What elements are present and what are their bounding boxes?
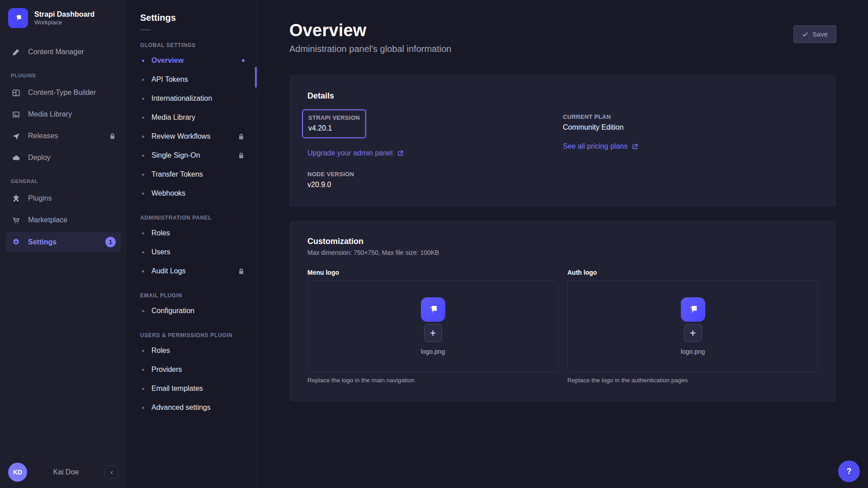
subnav-item-label: Transfer Tokens xyxy=(151,170,203,178)
pen-icon xyxy=(11,47,21,57)
subnav-group-users-permissions: USERS & PERMISSIONS PLUGIN xyxy=(140,332,244,338)
bullet-icon xyxy=(142,232,144,235)
subnav-scrollbar[interactable] xyxy=(255,67,257,88)
layout-icon xyxy=(11,88,21,98)
pricing-plans-link[interactable]: See all pricing plans xyxy=(563,142,638,150)
details-card: Details STRAPI VERSION v4.20.1 Upgrade y… xyxy=(289,75,836,207)
sidebar-nav: Content Manager PLUGINS Content-Type Bui… xyxy=(0,37,127,254)
sidebar-item-deploy[interactable]: Deploy xyxy=(5,148,121,168)
sidebar-item-content-manager[interactable]: Content Manager xyxy=(5,42,121,62)
subnav-item-label: Media Library xyxy=(151,113,195,122)
auth-logo-label: Auth logo xyxy=(567,269,818,276)
save-button-label: Save xyxy=(812,30,828,38)
collapse-sidebar-button[interactable]: ‹ xyxy=(105,465,118,479)
add-auth-logo-button[interactable]: + xyxy=(684,324,702,342)
bullet-icon xyxy=(142,407,144,409)
subnav-item-label: Providers xyxy=(151,366,182,374)
cloud-icon xyxy=(11,153,21,163)
subnav-item-transfer-tokens[interactable]: Transfer Tokens xyxy=(127,165,257,184)
sidebar-item-label: Deploy xyxy=(28,154,51,162)
upgrade-admin-panel-link[interactable]: Upgrade your admin panel xyxy=(307,149,404,157)
subnav-item-up-roles[interactable]: Roles xyxy=(127,341,257,360)
customization-heading: Customization xyxy=(307,237,818,246)
subnav-item-label: Review Workflows xyxy=(151,132,210,141)
strapi-version-value: v4.20.1 xyxy=(308,124,360,132)
subnav-divider xyxy=(140,29,151,30)
auth-logo-upload-box[interactable]: + logo.png xyxy=(567,280,818,372)
bullet-icon xyxy=(142,60,144,62)
subnav-item-label: Single Sign-On xyxy=(151,151,200,160)
subnav-item-email-templates[interactable]: Email templates xyxy=(127,379,257,398)
subnav-item-providers[interactable]: Providers xyxy=(127,360,257,379)
subnav-item-api-tokens[interactable]: API Tokens xyxy=(127,70,257,89)
subnav-group-email-plugin: EMAIL PLUGIN xyxy=(140,292,244,299)
page-title: Overview xyxy=(289,21,451,40)
subnav-item-review-workflows[interactable]: Review Workflows xyxy=(127,127,257,146)
workspace-subtitle: Workplace xyxy=(34,19,94,26)
help-button[interactable]: ? xyxy=(838,460,860,482)
question-mark-icon: ? xyxy=(847,467,852,476)
auth-logo-caption: Replace the logo in the authentication p… xyxy=(567,377,818,384)
bullet-icon xyxy=(142,155,144,157)
subnav-item-media-library[interactable]: Media Library xyxy=(127,108,257,127)
menu-logo-upload-box[interactable]: + logo.png xyxy=(307,280,558,372)
sidebar-item-label: Plugins xyxy=(28,194,52,202)
sidebar-item-plugins[interactable]: Plugins xyxy=(5,188,121,208)
menu-logo-label: Menu logo xyxy=(307,269,558,276)
subnav-item-admin-users[interactable]: Users xyxy=(127,243,257,262)
subnav-item-audit-logs[interactable]: Audit Logs xyxy=(127,262,257,281)
sidebar-item-label: Content-Type Builder xyxy=(28,89,96,97)
subnav-item-label: Users xyxy=(151,248,170,256)
strapi-logo-icon xyxy=(421,297,445,322)
subnav-item-webhooks[interactable]: Webhooks xyxy=(127,184,257,203)
subnav-item-label: Roles xyxy=(151,229,170,237)
strapi-logo-icon xyxy=(8,8,28,28)
active-dot-icon xyxy=(242,59,245,62)
cart-icon xyxy=(11,215,21,225)
save-button[interactable]: Save xyxy=(793,25,836,43)
auth-logo-filename: logo.png xyxy=(681,348,705,355)
workspace-header[interactable]: Strapi Dashboard Workplace xyxy=(0,0,127,37)
external-link-icon xyxy=(632,143,638,150)
sidebar-section-plugins: PLUGINS xyxy=(11,73,116,78)
sidebar-item-label: Settings xyxy=(28,238,57,246)
subnav-item-overview[interactable]: Overview xyxy=(127,51,257,70)
subnav-item-label: Overview xyxy=(151,56,184,65)
subnav-item-label: Webhooks xyxy=(151,189,185,197)
subnav-item-advanced-settings[interactable]: Advanced settings xyxy=(127,398,257,417)
gear-icon xyxy=(11,237,21,247)
add-menu-logo-button[interactable]: + xyxy=(424,324,442,342)
subnav-item-internationalization[interactable]: Internationalization xyxy=(127,89,257,108)
lock-icon xyxy=(238,268,245,275)
bullet-icon xyxy=(142,192,144,195)
customization-subheading: Max dimension: 750×750, Max file size: 1… xyxy=(307,249,818,256)
bullet-icon xyxy=(142,98,144,100)
subnav-group-administration-panel: ADMINISTRATION PANEL xyxy=(140,215,244,221)
subnav-item-label: Advanced settings xyxy=(151,404,211,412)
subnav-item-label: Roles xyxy=(151,347,170,355)
sidebar-item-releases[interactable]: Releases xyxy=(5,126,121,146)
sidebar-item-settings[interactable]: Settings 1 xyxy=(5,232,121,252)
sidebar-item-label: Media Library xyxy=(28,110,72,118)
bullet-icon xyxy=(142,388,144,390)
external-link-icon xyxy=(397,150,404,157)
customization-card: Customization Max dimension: 750×750, Ma… xyxy=(289,221,836,402)
subnav-item-admin-roles[interactable]: Roles xyxy=(127,224,257,243)
upgrade-link-label: Upgrade your admin panel xyxy=(307,149,393,157)
menu-logo-caption: Replace the logo in the main navigation xyxy=(307,377,558,384)
node-version-label: NODE VERSION xyxy=(307,171,563,178)
bullet-icon xyxy=(142,136,144,138)
sidebar-section-general: GENERAL xyxy=(11,178,116,184)
sidebar-item-media-library[interactable]: Media Library xyxy=(5,104,121,124)
bullet-icon xyxy=(142,251,144,253)
strapi-version-label: STRAPI VERSION xyxy=(308,114,360,121)
subnav-item-single-sign-on[interactable]: Single Sign-On xyxy=(127,146,257,165)
sidebar-item-content-type-builder[interactable]: Content-Type Builder xyxy=(5,83,121,103)
main-content: Overview Administration panel's global i… xyxy=(258,0,868,488)
puzzle-icon xyxy=(11,193,21,203)
subnav-item-label: API Tokens xyxy=(151,75,188,84)
pricing-link-label: See all pricing plans xyxy=(563,142,627,150)
page-subtitle: Administration panel's global informatio… xyxy=(289,44,451,54)
sidebar-item-marketplace[interactable]: Marketplace xyxy=(5,210,121,230)
subnav-item-configuration[interactable]: Configuration xyxy=(127,301,257,320)
